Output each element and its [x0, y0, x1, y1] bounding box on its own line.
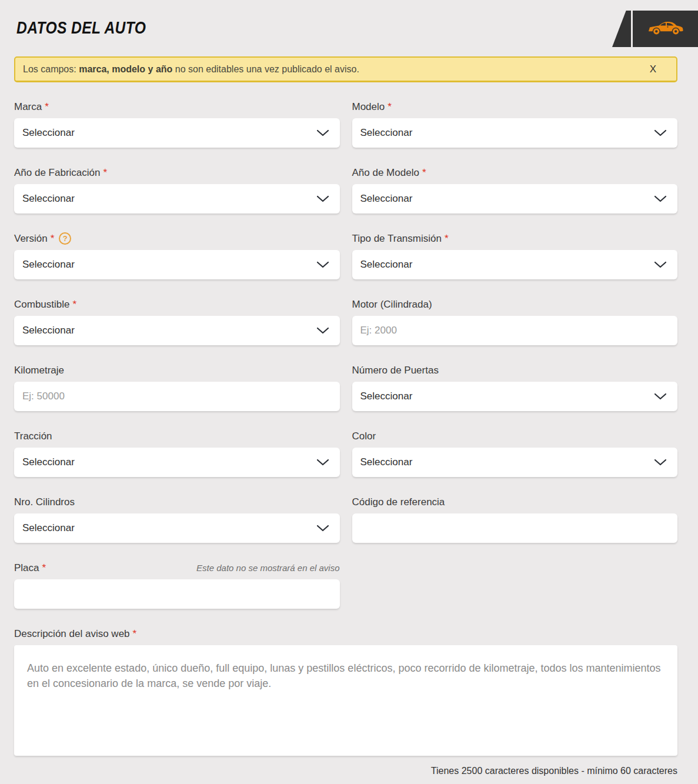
field-label: Color — [352, 431, 376, 442]
section-header: DATOS DEL AUTO — [14, 0, 677, 47]
help-icon[interactable]: ? — [59, 232, 71, 245]
banner-text: Los campos: marca, modelo y año no son e… — [23, 64, 359, 75]
selected-value: Seleccionar — [22, 456, 75, 468]
selected-value: Seleccionar — [360, 127, 413, 139]
placa-input[interactable] — [14, 579, 340, 609]
required-asterisk: * — [388, 101, 392, 113]
selected-value: Seleccionar — [360, 259, 413, 271]
chevron-down-icon — [654, 459, 667, 466]
field-label: Motor (Cilindrada) — [352, 299, 432, 311]
field-kilometraje: Kilometraje — [14, 364, 340, 411]
field-label: Descripción del aviso web — [14, 628, 130, 640]
field-motor: Motor (Cilindrada) — [352, 298, 678, 345]
chevron-down-icon — [316, 195, 329, 202]
field-codigo-referencia: Código de referencia — [352, 496, 678, 543]
field-cilindros: Nro. Cilindros Seleccionar — [14, 496, 340, 543]
empty-cell — [352, 562, 678, 628]
placa-note: Este dato no se mostrará en el aviso — [196, 563, 339, 573]
chevron-down-icon — [316, 327, 329, 334]
character-counter: Tienes 2500 caracteres disponibles - mín… — [14, 766, 677, 776]
field-label: Kilometraje — [14, 365, 64, 376]
required-asterisk: * — [422, 167, 426, 179]
field-label: Año de Modelo — [352, 167, 419, 179]
anio-fabricacion-select[interactable]: Seleccionar — [14, 184, 340, 213]
cilindros-select[interactable]: Seleccionar — [14, 513, 340, 543]
badge-slant-decoration — [612, 11, 631, 47]
required-asterisk: * — [45, 101, 49, 113]
selected-value: Seleccionar — [22, 127, 75, 139]
field-label: Marca — [14, 101, 42, 113]
selected-value: Seleccionar — [22, 522, 75, 534]
transmision-select[interactable]: Seleccionar — [352, 250, 678, 279]
field-label: Año de Fabricación — [14, 167, 100, 179]
chevron-down-icon — [654, 261, 667, 268]
field-label: Tipo de Transmisión — [352, 233, 442, 245]
field-anio-modelo: Año de Modelo* Seleccionar — [352, 166, 678, 213]
field-label: Versión — [14, 233, 48, 245]
combustible-select[interactable]: Seleccionar — [14, 316, 340, 345]
chevron-down-icon — [316, 525, 329, 532]
anio-modelo-select[interactable]: Seleccionar — [352, 184, 678, 213]
selected-value: Seleccionar — [360, 391, 413, 402]
car-icon — [646, 19, 685, 39]
chevron-down-icon — [654, 129, 667, 136]
page-title: DATOS DEL AUTO — [16, 18, 146, 38]
field-label: Tracción — [14, 431, 52, 442]
datos-del-auto-section: DATOS DEL AUTO — [0, 0, 698, 776]
required-asterisk: * — [42, 562, 46, 574]
required-asterisk: * — [51, 233, 55, 245]
chevron-down-icon — [316, 129, 329, 136]
chevron-down-icon — [316, 261, 329, 268]
chevron-down-icon — [654, 195, 667, 202]
field-traccion: Tracción Seleccionar — [14, 430, 340, 477]
field-placa: Placa* Este dato no se mostrará en el av… — [14, 562, 340, 609]
field-color: Color Seleccionar — [352, 430, 678, 477]
version-select[interactable]: Seleccionar — [14, 250, 340, 279]
marca-select[interactable]: Seleccionar — [14, 118, 340, 148]
selected-value: Seleccionar — [22, 259, 75, 271]
chevron-down-icon — [654, 393, 667, 400]
motor-input[interactable] — [352, 316, 678, 345]
modelo-select[interactable]: Seleccionar — [352, 118, 678, 148]
selected-value: Seleccionar — [22, 193, 75, 205]
field-transmision: Tipo de Transmisión* Seleccionar — [352, 232, 678, 279]
color-select[interactable]: Seleccionar — [352, 448, 678, 477]
field-modelo: Modelo* Seleccionar — [352, 101, 678, 148]
selected-value: Seleccionar — [360, 193, 413, 205]
field-label: Combustible — [14, 299, 70, 311]
field-puertas: Número de Puertas Seleccionar — [352, 364, 678, 411]
field-label: Número de Puertas — [352, 365, 439, 376]
banner-close-button[interactable]: X — [650, 64, 656, 74]
car-data-form: Marca* Seleccionar Modelo* Seleccionar A… — [14, 101, 677, 776]
chevron-down-icon — [316, 459, 329, 466]
traccion-select[interactable]: Seleccionar — [14, 448, 340, 477]
field-label: Placa — [14, 562, 39, 574]
descripcion-textarea[interactable] — [14, 645, 677, 756]
puertas-select[interactable]: Seleccionar — [352, 382, 678, 411]
kilometraje-input[interactable] — [14, 382, 340, 411]
field-marca: Marca* Seleccionar — [14, 101, 340, 148]
field-anio-fabricacion: Año de Fabricación* Seleccionar — [14, 166, 340, 213]
required-asterisk: * — [133, 628, 137, 640]
required-asterisk: * — [445, 233, 449, 245]
required-asterisk: * — [73, 299, 77, 311]
car-badge — [612, 11, 698, 47]
field-version: Versión*? Seleccionar — [14, 232, 340, 279]
info-banner: Los campos: marca, modelo y año no son e… — [14, 56, 677, 82]
field-label: Modelo — [352, 101, 385, 113]
selected-value: Seleccionar — [22, 325, 75, 336]
field-combustible: Combustible* Seleccionar — [14, 298, 340, 345]
required-asterisk: * — [103, 167, 107, 179]
field-descripcion: Descripción del aviso web* Tienes 2500 c… — [14, 628, 677, 776]
badge-box — [633, 11, 698, 47]
field-label: Código de referencia — [352, 496, 445, 508]
field-label: Nro. Cilindros — [14, 496, 75, 508]
codigo-referencia-input[interactable] — [352, 513, 678, 543]
selected-value: Seleccionar — [360, 456, 413, 468]
